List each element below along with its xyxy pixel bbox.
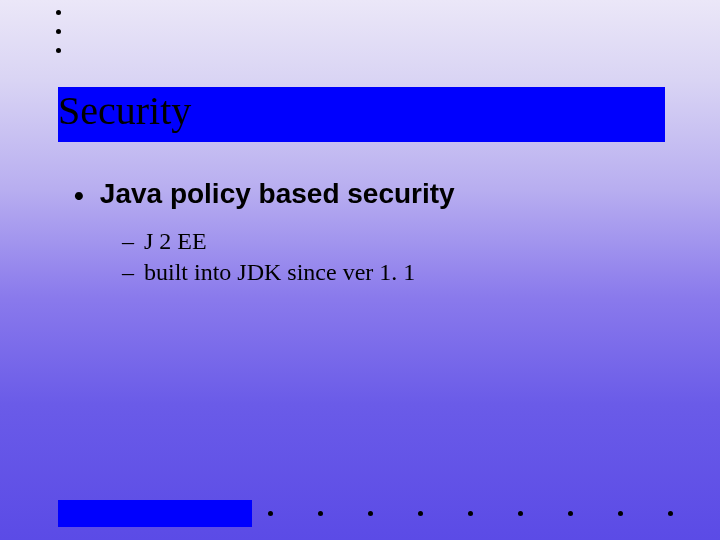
sublist: – J 2 EE – built into JDK since ver 1. 1 [122,228,654,286]
bullet-level1: • Java policy based security [74,178,654,210]
dot-icon [668,511,673,516]
dot-icon [418,511,423,516]
bullet-level2: – J 2 EE [122,228,654,255]
footer-bar [58,500,252,527]
dot-icon [518,511,523,516]
bullet-text: Java policy based security [100,178,455,210]
dot-icon [468,511,473,516]
slide-title: Security [58,89,191,133]
dot-icon [268,511,273,516]
dot-icon [56,29,61,34]
bullet-marker-icon: • [74,182,84,210]
dot-icon [568,511,573,516]
decorative-top-dots [56,10,61,53]
dot-icon [618,511,623,516]
sub-bullet-text: J 2 EE [144,228,207,255]
dash-marker-icon: – [122,259,134,286]
slide: Security • Java policy based security – … [0,0,720,540]
dash-marker-icon: – [122,228,134,255]
dot-icon [56,48,61,53]
content-area: • Java policy based security – J 2 EE – … [74,178,654,290]
dot-icon [318,511,323,516]
dot-icon [368,511,373,516]
bullet-level2: – built into JDK since ver 1. 1 [122,259,654,286]
dot-icon [56,10,61,15]
title-bar: Security [58,87,665,142]
decorative-bottom-dots [268,511,673,516]
sub-bullet-text: built into JDK since ver 1. 1 [144,259,415,286]
